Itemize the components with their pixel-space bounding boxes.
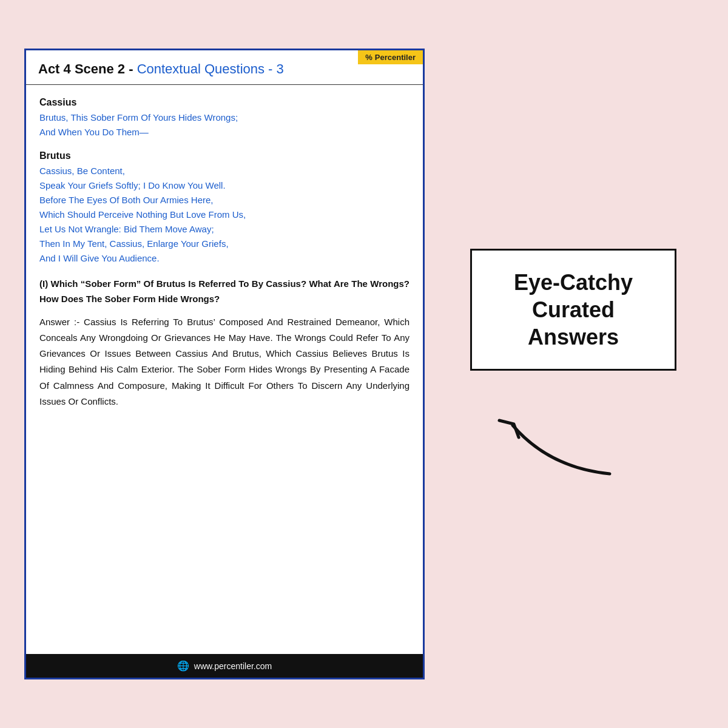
eye-catchy-line1: Eye-Catchy [514,270,633,295]
card-body: Cassius Brutus, This Sober Form Of Yours… [26,85,423,654]
right-panel: Eye-Catchy Curated Answers [443,24,704,704]
brutus-line-5: Let Us Not Wrangle: Bid Them Move Away; [39,224,214,234]
cassius-name: Cassius [39,97,410,108]
eye-catchy-box: Eye-Catchy Curated Answers [470,249,676,371]
answer-body: Cassius Is Referring To Brutus’ Composed… [39,317,410,406]
card: % Percentiler Act 4 Scene 2 - Contextual… [24,49,425,679]
brutus-line-1: Cassius, Be Content, [39,166,125,176]
title-blue: Contextual Questions - 3 [137,61,284,76]
answer-text: Answer :- Cassius Is Referring To Brutus… [39,314,410,410]
brutus-section: Brutus Cassius, Be Content, Speak Your G… [39,150,410,266]
card-footer: 🌐 www.percentiler.com [26,654,423,678]
brutus-line-6: Then In My Tent, Cassius, Enlarge Your G… [39,238,229,249]
brutus-line-4: Which Should Perceive Nothing But Love F… [39,209,246,220]
brutus-dialogue: Cassius, Be Content, Speak Your Griefs S… [39,164,410,266]
arrow-container [476,407,670,480]
percentiler-badge: % Percentiler [358,50,423,64]
brutus-line-2: Speak Your Griefs Softly; I Do Know You … [39,180,226,190]
arrow-icon [476,407,634,480]
eye-catchy-text: Eye-Catchy Curated Answers [489,269,658,351]
percent-icon: % [365,53,372,62]
eye-catchy-line2: Curated Answers [528,297,619,349]
brutus-line-3: Before The Eyes Of Both Our Armies Here, [39,195,214,205]
globe-icon: 🌐 [177,660,189,672]
cassius-section: Cassius Brutus, This Sober Form Of Yours… [39,97,410,140]
question-block: (I) Which “Sober Form” Of Brutus Is Refe… [39,277,410,410]
cassius-line-2: And When You Do Them— [39,127,149,137]
cassius-dialogue: Brutus, This Sober Form Of Yours Hides W… [39,110,410,140]
answer-label: Answer :- [39,317,79,327]
card-title: Act 4 Scene 2 - Contextual Questions - 3 [38,61,411,77]
title-black: Act 4 Scene 2 [38,61,125,76]
brutus-name: Brutus [39,150,410,161]
footer-website: www.percentiler.com [194,661,272,671]
title-sep: - [125,61,137,76]
brutus-line-7: And I Will Give You Audience. [39,253,160,263]
badge-label: Percentiler [375,53,416,62]
cassius-line-1: Brutus, This Sober Form Of Yours Hides W… [39,112,238,123]
page-wrapper: % Percentiler Act 4 Scene 2 - Contextual… [12,12,716,716]
question-text: (I) Which “Sober Form” Of Brutus Is Refe… [39,277,410,307]
